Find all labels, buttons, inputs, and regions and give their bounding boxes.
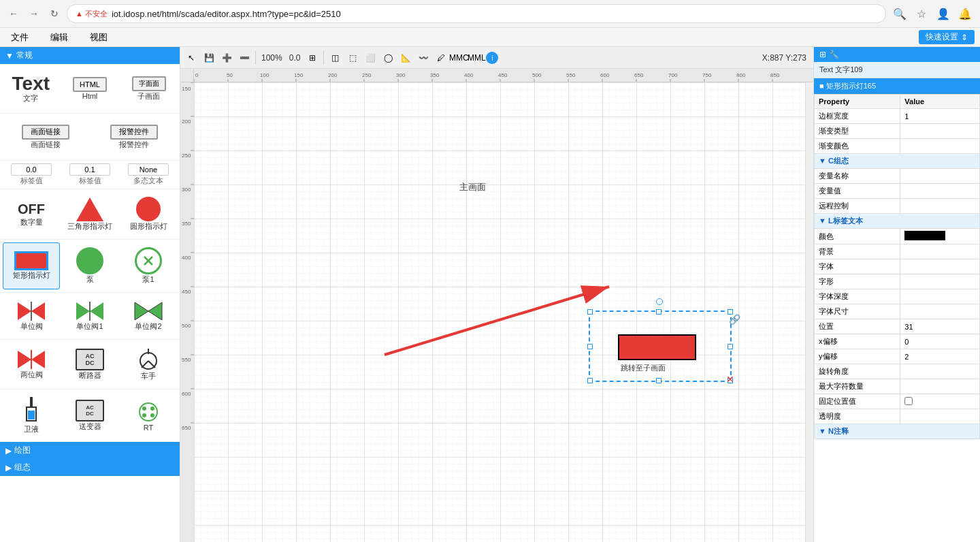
tool5[interactable]: 📐 xyxy=(397,50,414,66)
rect-indicator-element[interactable] xyxy=(618,334,696,360)
component-pump[interactable]: 泵 xyxy=(61,242,118,289)
handle-tl[interactable] xyxy=(587,309,593,315)
component-car-hand[interactable]: 车手 xyxy=(120,342,177,386)
component-single-valve2[interactable]: 单位阀2 xyxy=(120,296,177,336)
handle-ml[interactable] xyxy=(587,344,593,349)
svg-text:450: 450 xyxy=(182,289,191,295)
component-alarm[interactable]: 报警控件 报警控件 xyxy=(91,116,177,157)
component-html[interactable]: HTML Html xyxy=(62,68,118,109)
component-screen-link[interactable]: 画面链接 画面链接 xyxy=(3,116,88,157)
section-group[interactable]: ▶ 组态 xyxy=(0,459,180,476)
label-val2-input[interactable] xyxy=(69,163,110,176)
component-acdc[interactable]: ACDC 送变器 xyxy=(61,392,118,439)
tool3[interactable]: ⬜ xyxy=(362,50,378,66)
component-single-valve1[interactable]: 单位阀1 xyxy=(61,296,118,336)
tool6[interactable]: 〰️ xyxy=(415,50,431,66)
svg-point-20 xyxy=(140,403,157,421)
account-icon[interactable]: 👤 xyxy=(934,4,953,23)
svg-marker-2 xyxy=(18,302,31,320)
menu-file[interactable]: 文件 xyxy=(5,30,34,45)
handle-bl[interactable] xyxy=(587,378,593,383)
prop-row: 字体 xyxy=(815,259,980,274)
left-panel: ▼ 常规 Text 文字 HTML Html 字面面 子画面 画面链接 画面链接 xyxy=(0,47,180,542)
component-breaker[interactable]: ACDC 断路器 xyxy=(61,342,118,386)
prop-row: ▼ N注释 xyxy=(815,424,980,439)
tool8[interactable]: MMC xyxy=(451,50,467,66)
info-btn[interactable]: i xyxy=(486,52,498,64)
quick-settings-button[interactable]: 快速设置 ⇕ xyxy=(919,30,975,44)
add-btn[interactable]: ➕ xyxy=(218,50,235,66)
svg-text:650: 650 xyxy=(634,72,644,78)
component-circle-light[interactable]: 圆形指示灯 xyxy=(120,192,177,236)
svg-marker-11 xyxy=(31,351,45,368)
menu-view[interactable]: 视图 xyxy=(84,30,113,45)
row-rect-pump: 矩形指示灯 泵 泵1 xyxy=(0,240,180,293)
panel-header-icon2: 🔧 xyxy=(829,50,839,59)
search-icon[interactable]: 🔍 xyxy=(890,4,909,23)
component-bt[interactable]: RT xyxy=(120,392,177,439)
arrow-svg xyxy=(378,280,636,362)
multistate-input[interactable] xyxy=(128,163,169,176)
menu-edit[interactable]: 编辑 xyxy=(45,30,74,45)
back-button[interactable]: ← xyxy=(5,5,22,22)
svg-text:600: 600 xyxy=(600,72,610,78)
prop-row: 边框宽度1 xyxy=(815,109,980,124)
main-canvas[interactable]: 主画面 跳转至子画面 xyxy=(194,82,805,542)
tool2[interactable]: ⬚ xyxy=(344,50,361,66)
label-val1-input[interactable] xyxy=(11,163,52,176)
svg-text:600: 600 xyxy=(182,391,191,397)
handle-bc[interactable] xyxy=(656,378,662,383)
handle-mr[interactable] xyxy=(728,344,733,349)
rotate-handle[interactable] xyxy=(656,298,663,305)
row-valves: 单位阀 单位阀1 单位阀2 xyxy=(0,293,180,340)
component-single-valve[interactable]: 单位阀 xyxy=(3,296,60,336)
minus-btn[interactable]: ➖ xyxy=(236,50,252,66)
prop-row: 渐变类型 xyxy=(815,124,980,139)
html-button[interactable]: HTML xyxy=(73,77,107,92)
fixed-position-checkbox[interactable] xyxy=(904,397,913,405)
two-valve-label: 两位阀 xyxy=(20,370,43,380)
component-two-valve[interactable]: 两位阀 xyxy=(3,342,60,386)
section-draw[interactable]: ▶ 绘图 xyxy=(0,442,180,459)
text-label: 文字 xyxy=(23,93,38,103)
handle-tc[interactable] xyxy=(656,309,662,315)
section-group-label: 组态 xyxy=(14,462,31,473)
select-tool[interactable]: ↖ xyxy=(183,50,199,66)
alarm-button[interactable]: 报警控件 xyxy=(110,125,158,140)
refresh-button[interactable]: ↻ xyxy=(46,5,63,22)
tool1[interactable]: ◫ xyxy=(327,50,343,66)
svg-text:500: 500 xyxy=(532,72,542,78)
arrow-down-icon: ▼ xyxy=(5,51,14,61)
off-icon: OFF xyxy=(18,202,45,217)
component-level[interactable]: 卫液 xyxy=(3,392,60,439)
prop-row: 字体深度 xyxy=(815,289,980,304)
tool7[interactable]: 🖊 xyxy=(433,50,449,66)
vertical-scrollbar[interactable] xyxy=(805,82,813,542)
prop-row: 最大字符数量 xyxy=(815,379,980,394)
section-general[interactable]: ▼ 常规 xyxy=(0,47,180,64)
alert-icon[interactable]: 🔔 xyxy=(956,4,975,23)
forward-button[interactable]: → xyxy=(26,5,42,22)
component-pump1[interactable]: 泵1 xyxy=(120,242,177,289)
prop-row: 字体尺寸 xyxy=(815,304,980,319)
component-subscreen[interactable]: 字面面 子画面 xyxy=(120,68,177,109)
delete-handle[interactable]: ✕ xyxy=(726,374,734,385)
address-bar[interactable]: ▲ 不安全 iot.idosp.net/html/scada/editor.as… xyxy=(67,4,886,23)
page-title: 主画面 xyxy=(459,181,486,193)
component-rect-light[interactable]: 矩形指示灯 xyxy=(3,242,60,289)
svg-text:300: 300 xyxy=(396,72,406,78)
screen-link-button[interactable]: 画面链接 xyxy=(22,125,69,140)
grid-btn[interactable]: ⊞ xyxy=(304,50,321,66)
tool4[interactable]: ◯ xyxy=(380,50,396,66)
component-triangle-light[interactable]: 三角形指示灯 xyxy=(61,192,118,236)
save-btn[interactable]: 💾 xyxy=(201,50,217,66)
component-text[interactable]: Text 文字 xyxy=(3,68,59,109)
tool9[interactable]: MML xyxy=(468,50,485,66)
svg-marker-10 xyxy=(18,351,31,368)
svg-marker-8 xyxy=(135,302,148,320)
subscreen-label: 子画面 xyxy=(137,91,160,101)
subscreen-button[interactable]: 字面面 xyxy=(132,76,166,91)
bookmark-icon[interactable]: ☆ xyxy=(912,4,931,23)
component-digital[interactable]: OFF 数字量 xyxy=(3,192,60,236)
svg-text:50: 50 xyxy=(227,72,233,78)
